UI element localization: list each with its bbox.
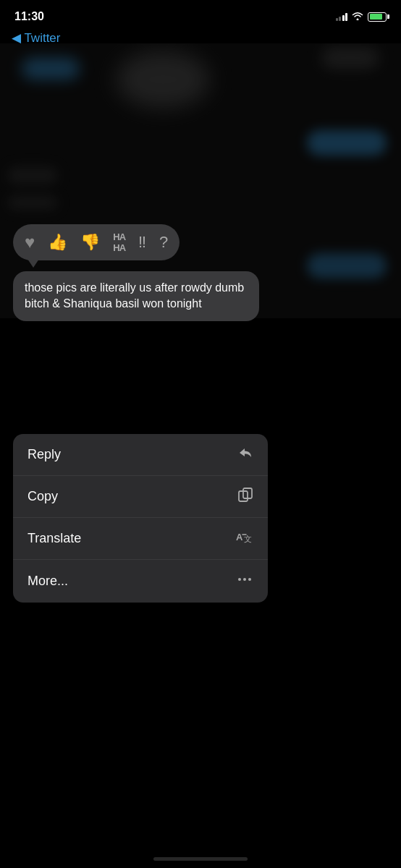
copy-icon — [237, 487, 253, 506]
context-menu-copy-label: Copy — [28, 489, 58, 504]
reaction-thumbsup-icon[interactable]: 👍 — [48, 233, 67, 252]
wifi-icon — [352, 12, 363, 22]
message-bubble: those pics are literally us after rowdy … — [13, 271, 259, 321]
svg-point-5 — [243, 578, 246, 581]
svg-text:文: 文 — [244, 535, 252, 543]
reaction-question-icon[interactable]: ? — [159, 233, 168, 252]
svg-text:A: A — [236, 532, 243, 542]
context-menu-reply-label: Reply — [28, 447, 61, 462]
status-icons — [336, 12, 387, 22]
battery-icon — [368, 12, 387, 22]
reaction-tail — [28, 259, 39, 268]
svg-point-6 — [248, 578, 251, 581]
message-bubble-wrapper: those pics are literally us after rowdy … — [13, 271, 259, 321]
context-menu-more-label: More... — [28, 574, 68, 589]
more-icon — [236, 571, 253, 592]
reaction-bar-wrapper: ♥ 👍 👎 HAHA ‼ ? — [13, 224, 180, 260]
context-menu-translate-label: Translate — [28, 531, 81, 546]
reaction-bar: ♥ 👍 👎 HAHA ‼ ? — [13, 224, 180, 260]
reaction-haha-icon[interactable]: HAHA — [113, 231, 125, 253]
context-menu-translate[interactable]: Translate A 文 — [13, 518, 268, 560]
message-text: those pics are literally us after rowdy … — [25, 281, 244, 310]
context-menu-reply[interactable]: Reply — [13, 434, 268, 476]
context-menu: Reply Copy Translate A 文 More... — [13, 434, 268, 603]
battery-fill — [370, 14, 383, 20]
reaction-thumbsdown-icon[interactable]: 👎 — [80, 233, 100, 252]
status-bar: 11:30 — [0, 0, 401, 27]
translate-icon: A 文 — [236, 529, 253, 548]
reaction-heart-icon[interactable]: ♥ — [25, 232, 35, 252]
status-time: 11:30 — [14, 10, 44, 23]
context-menu-copy[interactable]: Copy — [13, 476, 268, 518]
context-menu-more[interactable]: More... — [13, 560, 268, 603]
svg-point-4 — [238, 578, 241, 581]
reaction-exclamation-icon[interactable]: ‼ — [138, 233, 146, 252]
reply-icon — [237, 445, 253, 464]
signal-icon — [336, 12, 348, 21]
